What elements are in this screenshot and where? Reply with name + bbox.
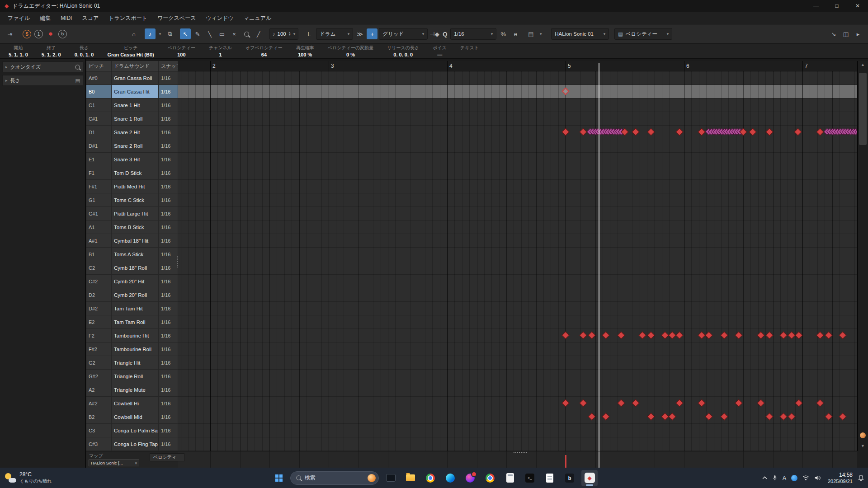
info-field-6[interactable]: オフベロシティー64 [239,44,289,58]
drum-row-Fs2[interactable]: F#2Tambourine Roll1/16 [86,343,178,356]
right-zone-toggle-button[interactable]: ▸ [853,28,863,39]
quantize-panel-button[interactable]: e [510,28,521,39]
grid-row-C3[interactable] [178,424,857,437]
grid-row-Cs2[interactable] [178,275,857,288]
drum-row-Fs1[interactable]: F#1Piatti Med Hit1/16 [86,180,178,193]
open-in-lower-zone-button[interactable]: ↘ [828,28,839,39]
erase-tool[interactable]: ▭ [217,28,227,39]
drum-row-E2[interactable]: E2Tam Tam Roll1/16 [86,315,178,329]
grid-row-D2[interactable] [178,288,857,302]
magnifier-icon[interactable] [75,65,80,70]
info-field-1[interactable]: 終了5. 1. 2. 0 [35,44,68,58]
zoom-knob[interactable] [860,432,866,438]
note-expression-button[interactable]: ⧉ [165,28,175,39]
stepper-arrows[interactable]: ▲▼ [288,32,291,36]
controller-lane-dropdown[interactable]: ▤ベロシティー▾ [614,28,672,40]
menu-item-4[interactable]: トランスポート [104,12,152,24]
event-display-button[interactable]: ▤ [525,28,536,39]
info-field-2[interactable]: 長さ0. 0. 1. 0 [68,44,101,58]
grid-row-Ds2[interactable] [178,302,857,315]
notification-bell-icon[interactable] [858,474,864,481]
expand-arrow-icon[interactable]: ▸ [5,65,8,69]
pin-editor-button[interactable]: ⇥ [5,28,15,39]
drum-row-D1[interactable]: D1Snare 2 Hit1/16 [86,126,178,139]
note-grid-body[interactable] [178,71,857,451]
drum-row-As2[interactable]: A#2Cowbell Hi1/16 [86,397,178,410]
controller-lane-label[interactable]: ベロシティー [150,453,184,461]
drum-map-select[interactable]: HALion Sonic [... ▾ [89,460,139,466]
cubase-app-icon[interactable]: ◆ [581,470,598,486]
retrospective-record-button[interactable]: ↻ [58,30,67,38]
menu-item-1[interactable]: 編集 [35,12,56,24]
search-box[interactable]: 検索 [290,471,379,485]
velocity-lane[interactable] [178,451,857,468]
list-header-0[interactable]: ピッチ [86,61,112,71]
grid-row-B0[interactable] [178,85,857,99]
feedback-options-dropdown[interactable]: ▾ [157,28,163,39]
left-panel-section-1[interactable]: ▸長さ▤ [2,75,83,86]
drum-row-D2[interactable]: D2Cymb 20" Roll1/16 [86,288,178,302]
close-button[interactable]: ✕ [847,0,868,12]
drum-row-F2[interactable]: F2Tambourine Hit1/16 [86,329,178,343]
crosshair-cursor-button[interactable]: + [367,28,377,39]
acoustic-feedback-button[interactable]: ♪ [145,28,156,39]
list-header-1[interactable]: ドラムサウンド [112,61,159,71]
grid-row-As1[interactable] [178,234,857,248]
grid-row-F1[interactable] [178,166,857,180]
timeline-ruler[interactable]: 234567 [178,61,857,71]
tray-expand-icon[interactable] [762,476,767,479]
column-resize-handle[interactable] [177,256,179,267]
menu-item-6[interactable]: ウィンドウ [201,12,238,24]
maximize-button[interactable]: □ [826,0,847,12]
line-tool[interactable]: ╱ [253,28,264,39]
event-display-dropdown[interactable]: ▾ [538,28,544,39]
start-button[interactable] [270,470,287,486]
grid-row-As0[interactable] [178,71,857,85]
drum-row-Gs1[interactable]: G#1Piatti Large Hit1/16 [86,207,178,221]
info-field-4[interactable]: ベロシティー100 [161,44,202,58]
drum-row-F1[interactable]: F1Tom D Stick1/16 [86,166,178,180]
grid-row-G2[interactable] [178,356,857,370]
menu-item-5[interactable]: ワークスペース [152,12,201,24]
zoom-tool[interactable] [241,28,252,39]
drum-row-Gs2[interactable]: G#2Triangle Roll1/16 [86,370,178,383]
grid-row-E1[interactable] [178,153,857,166]
edge-app-icon[interactable] [442,470,458,486]
drum-row-As1[interactable]: A#1Cymbal 18" Hit1/16 [86,234,178,248]
grid-row-Cs1[interactable] [178,112,857,126]
grid-row-A1[interactable] [178,221,857,234]
drum-row-Cs2[interactable]: C#2Cymb 20" Hit1/16 [86,275,178,288]
grid-row-G1[interactable] [178,193,857,207]
grid-row-C1[interactable] [178,99,857,112]
drum-row-E1[interactable]: E1Snare 3 Hit1/16 [86,153,178,166]
snap-button[interactable]: ⊣◆ [429,28,440,39]
grid-row-Fs2[interactable] [178,343,857,356]
drum-row-Ds1[interactable]: D#1Snare 2 Roll1/16 [86,139,178,153]
object-selection-tool[interactable]: ↖ [180,28,191,39]
lane-resize-handle[interactable] [514,452,527,453]
drum-row-A2[interactable]: A2Triangle Mute1/16 [86,383,178,397]
mute-tool[interactable]: × [229,28,240,39]
info-field-8[interactable]: ベロシティーの変動量0 % [321,44,380,58]
wifi-icon[interactable] [802,475,809,481]
drum-visibility-button[interactable]: L [304,28,315,39]
scrollbar-thumb[interactable] [859,73,867,145]
visibility-agent-dropdown[interactable]: ドラム▾ [316,28,353,40]
drum-row-As0[interactable]: A#0Gran Cassa Roll1/16 [86,71,178,85]
scroll-up-button[interactable]: ▲ [858,61,868,68]
info-field-0[interactable]: 開始5. 1. 1. 0 [2,44,35,58]
volume-icon[interactable] [814,475,821,481]
music-app-icon[interactable]: b [561,470,578,486]
part-list-dropdown[interactable]: HALion Sonic 01▾ [551,28,609,40]
window-layout-button[interactable]: ◫ [840,28,851,39]
grid-row-E2[interactable] [178,315,857,329]
velocity-bar[interactable] [565,455,566,468]
info-field-7[interactable]: 再生確率100 % [289,44,321,58]
info-field-9[interactable]: リリースの長さ0. 0. 0. 0 [380,44,426,58]
drumstick-tool[interactable]: ✎ [192,28,203,39]
drum-row-C3[interactable]: C3Conga Lo Palm Bass1/16 [86,424,178,437]
loop-track-button[interactable]: 1 [34,30,43,38]
drum-row-G1[interactable]: G1Toms C Stick1/16 [86,193,178,207]
list-header-2[interactable]: スナップ [159,61,178,71]
grid-row-B1[interactable] [178,248,857,261]
